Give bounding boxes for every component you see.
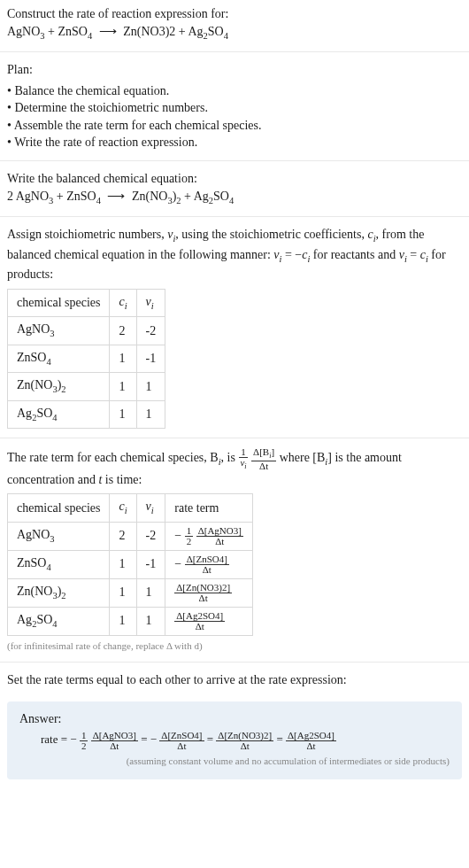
col-nui: νi — [136, 289, 165, 316]
table-row: AgNO3 2 -2 — [8, 317, 165, 345]
plan-item: Determine the stoichiometric numbers. — [7, 99, 462, 117]
species-agno3: AgNO3 — [16, 190, 54, 203]
frac-d-dt: Δ[AgNO3] Δt — [196, 526, 243, 546]
divider — [0, 662, 469, 663]
cell-species: Ag2SO4 — [8, 607, 110, 635]
rate-section: The rate term for each chemical species,… — [0, 442, 469, 658]
rate-label: rate = — [41, 733, 70, 747]
table-header-row: chemical species ci νi — [8, 289, 165, 316]
eq: = — [141, 733, 150, 747]
nu-symbol: νi — [167, 228, 175, 241]
txt: for reactants and — [310, 248, 398, 261]
cell-species: ZnSO4 — [8, 550, 110, 578]
txt: where [B — [280, 452, 326, 465]
c-symbol: ci — [367, 228, 375, 241]
plan-item: Write the rate of reaction expression. — [7, 134, 462, 151]
plan-item: Balance the chemical equation. — [7, 82, 462, 100]
arrow-icon: ⟶ — [104, 190, 128, 203]
txt: Assign stoichiometric numbers, — [7, 228, 167, 241]
species-zn-no3-2: Zn(NO3)2 — [123, 25, 175, 38]
arrow-icon: ⟶ — [96, 25, 120, 38]
cell-species: Zn(NO3)2 — [8, 578, 110, 607]
txt: , using the stoichiometric coefficients, — [175, 228, 367, 241]
balanced-section: Write the balanced chemical equation: 2 … — [0, 165, 469, 213]
cell-species: AgNO3 — [8, 522, 110, 550]
col-rate: rate term — [165, 494, 253, 522]
answer-box: Answer: rate = − 1 2 Δ[AgNO3] Δt = − Δ[Z… — [7, 701, 462, 779]
frac-half: 1 2 — [185, 526, 194, 546]
species-znso4: ZnSO4 — [58, 25, 93, 38]
col-ci: ci — [110, 289, 136, 316]
col-species: chemical species — [8, 289, 110, 316]
divider — [0, 160, 469, 161]
rate-table: chemical species ci νi rate term AgNO3 2… — [7, 493, 253, 635]
plan-item: Assemble the rate term for each chemical… — [7, 117, 462, 135]
cell-nui: 1 — [136, 400, 165, 428]
frac-half: 1 2 — [80, 731, 88, 751]
frac-one-over-nu: 1 νi — [238, 447, 248, 470]
cell-ci: 1 — [110, 550, 136, 578]
txt: , is — [221, 452, 239, 465]
plan-heading: Plan: — [7, 61, 462, 79]
set-equal-section: Set the rate terms equal to each other t… — [0, 666, 469, 694]
rate-expression: rate = − 1 2 Δ[AgNO3] Δt = − Δ[ZnSO4] Δt… — [19, 731, 450, 751]
table-row: AgNO3 2 -2 − 1 2 Δ[AgNO3] Δt — [8, 522, 253, 550]
txt: = — [407, 248, 420, 261]
cell-nui: -1 — [136, 550, 165, 578]
cell-species: ZnSO4 — [8, 345, 110, 372]
coef-2: 2 — [7, 190, 13, 203]
stoich-table: chemical species ci νi AgNO3 2 -2 ZnSO4 … — [7, 289, 165, 429]
cell-nui: 1 — [136, 607, 165, 635]
answer-heading: Answer: — [19, 710, 450, 728]
txt: The rate term for each chemical species,… — [7, 452, 219, 465]
frac-d-dt: Δ[Ag2SO4] Δt — [174, 611, 225, 632]
cell-nui: -2 — [136, 317, 165, 345]
col-ci: ci — [110, 494, 136, 522]
divider — [0, 216, 469, 217]
cell-nui: 1 — [136, 578, 165, 607]
balanced-equation: 2 AgNO3 + ZnSO4 ⟶ Zn(NO3)2 + Ag2SO4 — [7, 188, 462, 207]
cell-rate: Δ[Zn(NO3)2] Δt — [165, 578, 253, 607]
set-equal-text: Set the rate terms equal to each other t… — [7, 671, 462, 689]
species-ag2so4: Ag2SO4 — [188, 25, 228, 38]
frac-d-dt: Δ[Ag2SO4] Δt — [286, 731, 336, 751]
col-species: chemical species — [8, 494, 110, 522]
balanced-heading: Write the balanced chemical equation: — [7, 170, 462, 188]
assign-section: Assign stoichiometric numbers, νi, using… — [0, 221, 469, 434]
table-row: Zn(NO3)2 1 1 Δ[Zn(NO3)2] Δt — [8, 578, 253, 607]
c-eq2: ci — [420, 248, 428, 261]
infinitesimal-note: (for infinitesimal rate of change, repla… — [7, 639, 462, 653]
c-eq: ci — [302, 248, 310, 261]
species-znso4: ZnSO4 — [66, 190, 101, 203]
frac-d-dt: Δ[Zn(NO3)2] Δt — [216, 731, 273, 751]
frac-dBi-dt: Δ[Bi] Δt — [251, 447, 276, 470]
species-zn-no3-2: Zn(NO3)2 — [132, 190, 181, 203]
cell-ci: 1 — [110, 607, 136, 635]
unbalanced-equation: AgNO3 + ZnSO4 ⟶ Zn(NO3)2 + Ag2SO4 — [7, 23, 462, 43]
neg: − — [150, 733, 157, 747]
answer-caveat: (assuming constant volume and no accumul… — [19, 755, 450, 768]
cell-ci: 1 — [110, 578, 136, 607]
rate-intro: The rate term for each chemical species,… — [7, 447, 462, 488]
frac-d-dt: Δ[AgNO3] Δt — [91, 731, 138, 751]
table-header-row: chemical species ci νi rate term — [8, 494, 253, 522]
col-nui: νi — [136, 494, 165, 522]
prompt-section: Construct the rate of reaction expressio… — [0, 0, 469, 48]
cell-ci: 1 — [110, 400, 136, 428]
cell-rate: − 1 2 Δ[AgNO3] Δt — [165, 522, 253, 550]
table-row: ZnSO4 1 -1 — [8, 345, 165, 372]
cell-rate: Δ[Ag2SO4] Δt — [165, 607, 253, 635]
cell-ci: 1 — [110, 373, 136, 400]
plan-list: Balance the chemical equation. Determine… — [7, 82, 462, 151]
txt: = − — [281, 248, 302, 261]
eq: = — [276, 733, 286, 747]
nu-eq2: νi — [399, 248, 407, 261]
divider — [0, 51, 469, 52]
frac-d-dt: Δ[ZnSO4] Δt — [159, 731, 204, 751]
table-row: Ag2SO4 1 1 Δ[Ag2SO4] Δt — [8, 607, 253, 635]
species-ag2so4: Ag2SO4 — [194, 190, 234, 203]
eq: = — [207, 733, 217, 747]
cell-nui: -1 — [136, 345, 165, 372]
cell-nui: 1 — [136, 373, 165, 400]
plan-section: Plan: Balance the chemical equation. Det… — [0, 56, 469, 157]
